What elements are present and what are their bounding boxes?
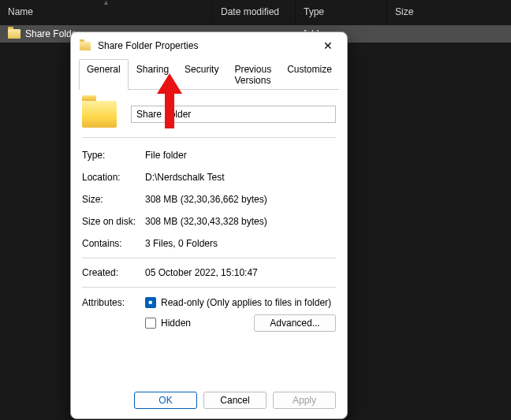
- advanced-button[interactable]: Advanced...: [254, 314, 336, 332]
- tab-previous-versions[interactable]: Previous Versions: [226, 59, 279, 90]
- column-date-label: Date modified: [221, 6, 279, 17]
- folder-icon: [82, 101, 117, 128]
- tab-sharing-label: Sharing: [136, 64, 169, 75]
- close-icon: ✕: [323, 39, 333, 52]
- apply-button[interactable]: Apply: [273, 392, 336, 409]
- readonly-checkbox[interactable]: [145, 297, 156, 308]
- column-type-label: Type: [304, 6, 324, 17]
- tab-body-general: Type:File folder Location:D:\Nerdschalk …: [71, 90, 347, 382]
- hidden-checkbox[interactable]: [145, 318, 156, 329]
- titlebar: Share Folder Properties ✕: [71, 32, 347, 59]
- dialog-button-row: OK Cancel Apply: [71, 382, 347, 418]
- size-value: 308 MB (32,30,36,662 bytes): [145, 194, 336, 205]
- close-button[interactable]: ✕: [312, 35, 344, 57]
- column-date-modified[interactable]: Date modified: [213, 0, 296, 24]
- tab-general-label: General: [87, 64, 121, 75]
- column-name-label: Name: [8, 6, 33, 17]
- attributes-label: Attributes:: [82, 297, 145, 332]
- tab-customize-label: Customize: [287, 64, 332, 75]
- dialog-title: Share Folder Properties: [98, 40, 306, 51]
- tab-security[interactable]: Security: [177, 59, 226, 90]
- tab-sharing[interactable]: Sharing: [129, 59, 177, 90]
- location-value: D:\Nerdschalk Test: [145, 172, 336, 183]
- size-on-disk-label: Size on disk:: [82, 216, 145, 227]
- separator: [82, 258, 336, 258]
- folder-name-input[interactable]: [131, 106, 336, 123]
- properties-dialog: Share Folder Properties ✕ General Sharin…: [70, 32, 348, 419]
- tab-security-label: Security: [185, 64, 218, 75]
- column-type[interactable]: Type: [296, 0, 387, 24]
- sort-ascending-icon: ▲: [103, 0, 110, 6]
- created-label: Created:: [82, 267, 145, 278]
- location-label: Location:: [82, 172, 145, 183]
- type-value: File folder: [145, 150, 336, 161]
- readonly-label: Read-only (Only applies to files in fold…: [161, 297, 331, 308]
- column-size[interactable]: Size: [387, 0, 458, 24]
- size-label: Size:: [82, 194, 145, 205]
- column-name[interactable]: Name ▲: [0, 0, 213, 24]
- type-label: Type:: [82, 150, 145, 161]
- folder-icon: [8, 29, 21, 39]
- explorer-column-header: Name ▲ Date modified Type Size: [0, 0, 511, 24]
- hidden-label: Hidden: [161, 318, 191, 329]
- separator: [82, 287, 336, 288]
- cancel-button[interactable]: Cancel: [203, 392, 267, 409]
- folder-icon: [79, 39, 91, 52]
- tab-customize[interactable]: Customize: [279, 59, 340, 90]
- size-on-disk-value: 308 MB (32,30,43,328 bytes): [145, 216, 336, 227]
- ok-button[interactable]: OK: [134, 392, 197, 409]
- contains-label: Contains:: [82, 238, 145, 249]
- tab-strip: General Sharing Security Previous Versio…: [71, 59, 347, 90]
- tab-general[interactable]: General: [79, 59, 129, 90]
- tab-previous-label: Previous Versions: [234, 64, 271, 86]
- column-size-label: Size: [395, 6, 413, 17]
- created-value: 05 October 2022, 15:10:47: [145, 267, 336, 278]
- contains-value: 3 Files, 0 Folders: [145, 238, 336, 249]
